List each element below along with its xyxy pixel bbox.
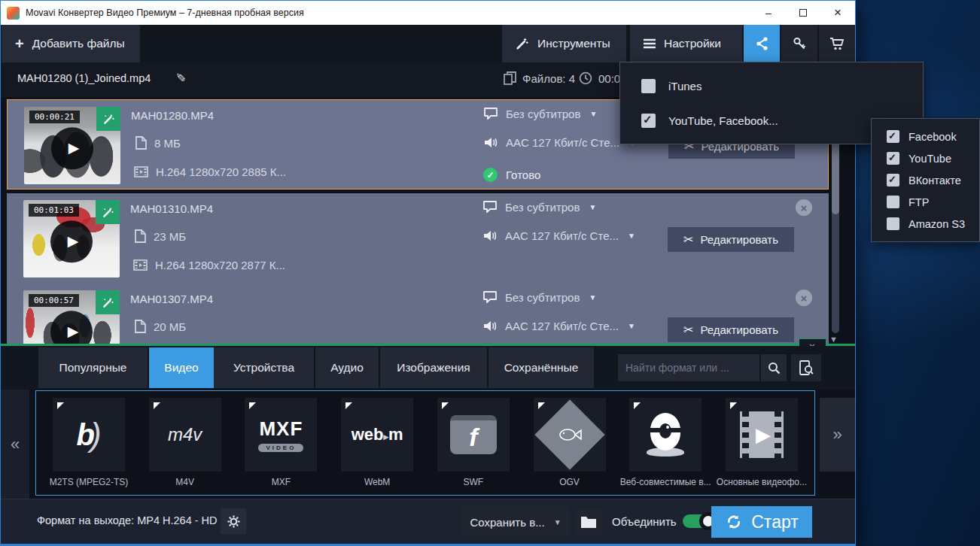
close-icon: × <box>834 5 842 20</box>
format-m4v[interactable]: m4v M4V <box>140 398 230 495</box>
merge-toggle[interactable] <box>683 514 713 528</box>
title-bar: Movavi Конвертер Видео Премиум – 7-дневн… <box>1 1 855 25</box>
file-row-2[interactable]: 00:01:03 ▶ MAH01310.MP4 23 МБ H.264 1280… <box>7 193 829 284</box>
format-swf[interactable]: f SWF <box>428 398 519 495</box>
duration-badge: 00:00:57 <box>29 294 79 307</box>
mxf-logo-icon: MXFVIDEO <box>245 398 317 472</box>
chevron-down-icon: ▼ <box>628 232 635 240</box>
checkbox-icon[interactable] <box>887 217 899 230</box>
cart-button[interactable] <box>819 25 855 62</box>
chevron-down-icon: ▼ <box>589 293 596 302</box>
minimize-button[interactable]: – <box>751 1 786 25</box>
scroll-formats-left-button[interactable]: « <box>1 390 29 499</box>
tab-saved[interactable]: Сохранённые <box>488 347 595 388</box>
subtitles-select[interactable]: Без субтитров ▼ <box>482 290 596 304</box>
audio-icon <box>482 229 498 242</box>
open-folder-button[interactable] <box>575 508 602 535</box>
save-to-button[interactable]: Сохранить в... ▼ <box>461 507 570 537</box>
add-files-button[interactable]: + Добавить файлы <box>2 25 140 62</box>
format-label: SWF <box>463 477 483 487</box>
chevron-left-icon: « <box>11 435 20 454</box>
chevron-down-icon: ▼ <box>628 322 635 330</box>
submenu-item-label: Amazon S3 <box>908 218 965 230</box>
submenu-item-vkontakte[interactable]: ВКонтакте <box>872 169 979 191</box>
video-thumbnail[interactable]: 00:00:57 ▶ <box>23 290 120 345</box>
magic-wand-badge-icon <box>96 200 120 224</box>
checkbox-icon[interactable] <box>641 114 656 128</box>
edit-label: Редактировать <box>700 323 778 336</box>
file-size: 8 МБ <box>135 136 181 150</box>
edit-button[interactable]: ✂ Редактировать <box>668 317 794 342</box>
format-mxf[interactable]: MXFVIDEO MXF <box>236 398 326 495</box>
search-input[interactable] <box>618 354 759 381</box>
rename-pencil-icon[interactable]: ✎ <box>173 72 187 82</box>
scroll-down-icon[interactable]: ▼ <box>829 335 838 344</box>
video-codec: H.264 1280x720 2885 К... <box>134 165 286 178</box>
submenu-item-label: ВКонтакте <box>908 174 961 187</box>
tab-video[interactable]: Видео <box>149 347 214 388</box>
subtitles-icon <box>482 200 498 214</box>
menu-item-itunes[interactable]: iTunes <box>620 68 923 103</box>
tools-button[interactable]: Инструменты <box>502 25 626 62</box>
format-label: MXF <box>272 477 291 487</box>
submenu-item-facebook[interactable]: Facebook <box>872 126 979 147</box>
audio-select[interactable]: AAC 127 Кбит/с Сте... ▼ <box>483 136 636 149</box>
tab-audio[interactable]: Аудио <box>315 347 380 388</box>
tab-label: Популярные <box>59 361 127 375</box>
close-button[interactable]: × <box>820 1 855 25</box>
subtitles-select[interactable]: Без субтитров ▼ <box>483 107 597 120</box>
play-button[interactable]: ▶ <box>50 220 93 262</box>
cart-icon <box>829 36 845 51</box>
checkbox-icon[interactable] <box>887 152 899 165</box>
format-web-compatible[interactable]: Веб-совместимые в... <box>620 398 711 495</box>
file-name: MAH01310.MP4 <box>130 202 213 215</box>
play-button[interactable]: ▶ <box>50 311 93 345</box>
submenu-item-ftp[interactable]: FTP <box>872 191 979 213</box>
tab-images[interactable]: Изображения <box>380 347 488 388</box>
edit-label: Редактировать <box>700 233 778 246</box>
tab-popular[interactable]: Популярные <box>38 347 149 388</box>
submenu-item-amazon-s3[interactable]: Amazon S3 <box>872 213 979 235</box>
menu-item-label: iTunes <box>668 80 702 93</box>
maximize-button[interactable] <box>786 1 820 25</box>
clock-icon <box>579 71 592 85</box>
format-m2ts[interactable]: b) M2TS (MPEG2-TS) <box>44 398 134 495</box>
checkbox-icon[interactable] <box>887 196 899 208</box>
format-common-video[interactable]: ▶ Основные видеофо... <box>717 398 807 495</box>
video-thumbnail[interactable]: 00:01:03 ▶ <box>23 200 120 278</box>
search-button[interactable] <box>761 354 787 381</box>
format-ogv[interactable]: OGV <box>525 398 615 495</box>
play-icon: ▶ <box>68 139 80 156</box>
edit-button[interactable]: ✂ Редактировать <box>668 227 794 252</box>
remove-file-button[interactable]: × <box>796 290 812 306</box>
activation-key-button[interactable] <box>781 25 817 62</box>
video-thumbnail[interactable]: 00:00:21 ▶ <box>24 107 120 184</box>
check-circle-icon: ✓ <box>483 168 498 182</box>
file-name: MAH01280.MP4 <box>131 109 214 122</box>
checkbox-icon[interactable] <box>641 79 656 93</box>
share-button[interactable] <box>744 25 780 62</box>
device-search-button[interactable] <box>791 354 821 381</box>
audio-icon <box>483 136 498 149</box>
scroll-formats-right-button[interactable]: » <box>820 398 855 472</box>
save-to-label: Сохранить в... <box>470 516 544 529</box>
subtitles-select[interactable]: Без субтитров ▼ <box>482 200 596 214</box>
checkbox-icon[interactable] <box>887 174 899 187</box>
tab-devices[interactable]: Устройства <box>214 347 315 388</box>
status-ready: ✓ Готово <box>483 168 540 182</box>
files-count: Файлов: 4 <box>504 71 575 85</box>
file-row-3[interactable]: 00:00:57 ▶ MAH01307.MP4 20 МБ Без субтит… <box>7 284 829 345</box>
audio-label: AAC 127 Кбит/с Сте... <box>505 229 619 242</box>
settings-button[interactable]: Настройки <box>630 25 742 62</box>
submenu-item-youtube[interactable]: YouTube <box>872 147 979 169</box>
start-button[interactable]: Старт <box>711 506 812 538</box>
checkbox-icon[interactable] <box>887 130 899 143</box>
audio-select[interactable]: AAC 127 Кбит/с Сте... ▼ <box>482 229 635 242</box>
audio-select[interactable]: AAC 127 Кбит/с Сте... ▼ <box>482 320 635 332</box>
subtitles-icon <box>482 290 498 304</box>
format-webm[interactable]: web▸m WebM <box>332 398 422 495</box>
remove-file-button[interactable]: × <box>796 199 812 216</box>
play-button[interactable]: ▶ <box>51 127 93 169</box>
format-settings-button[interactable] <box>221 508 246 534</box>
window-title: Movavi Конвертер Видео Премиум – 7-дневн… <box>26 8 304 18</box>
